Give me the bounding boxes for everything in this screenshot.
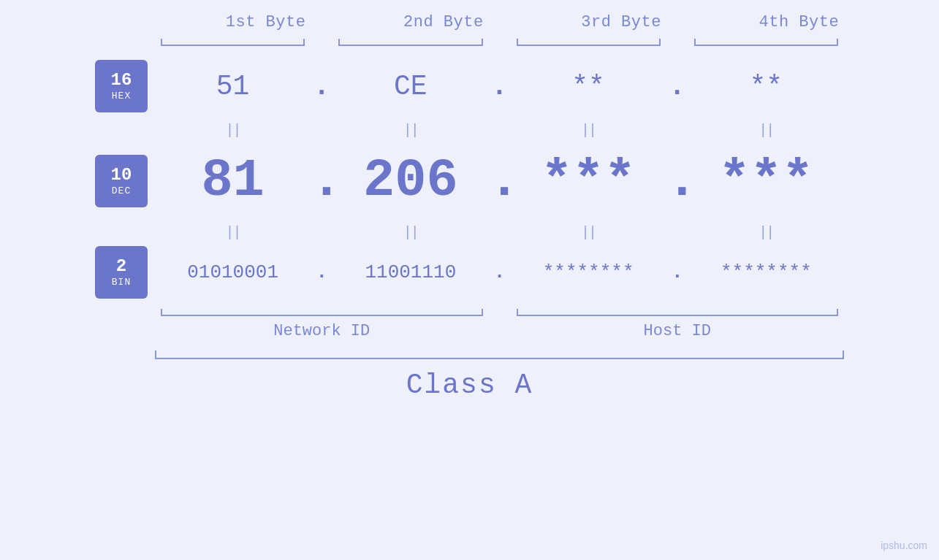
dec-cell-2: 206	[332, 151, 488, 211]
hex-value-4: **	[750, 71, 783, 102]
eq-cell-2b: ||	[332, 224, 488, 241]
host-bracket	[511, 304, 845, 316]
byte-header-1: 1st Byte	[188, 13, 343, 31]
id-labels-row: Network ID Host ID	[95, 322, 844, 340]
byte-header-3: 3rd Byte	[544, 13, 699, 31]
equals-row-2: || || || ||	[95, 221, 844, 243]
hex-value-3: **	[571, 71, 605, 102]
hex-cells: 51 . CE . ** . **	[155, 71, 844, 102]
bin-dot-2: .	[489, 261, 511, 283]
hex-value-1: 51	[216, 71, 250, 102]
dec-row: 10 DEC 81 . 206 . *** . ***	[95, 141, 844, 221]
eq-sign-2: ||	[403, 122, 418, 139]
network-bracket	[155, 304, 489, 316]
dec-cell-1: 81	[155, 151, 311, 211]
dec-dot-2: .	[489, 151, 511, 211]
bin-cell-1: 01010001	[155, 261, 311, 283]
hex-dot-1: .	[311, 71, 332, 102]
hex-value-2: CE	[394, 71, 427, 102]
eq-cell-4b: ||	[688, 224, 844, 241]
hex-badge-num: 16	[111, 71, 132, 90]
bin-badge-num: 2	[116, 257, 126, 276]
main-container: 1st Byte 2nd Byte 3rd Byte 4th Byte	[0, 0, 939, 560]
equals-cells-2: || || || ||	[155, 224, 844, 241]
bracket-byte2	[332, 34, 488, 46]
eq-sign-7: ||	[581, 224, 596, 241]
bracket-byte1	[155, 34, 311, 46]
byte-headers: 1st Byte 2nd Byte 3rd Byte 4th Byte	[128, 13, 877, 31]
hex-cell-2: CE	[332, 71, 488, 102]
eq-cell-4a: ||	[688, 122, 844, 139]
eq-cell-1b: ||	[155, 224, 311, 241]
hex-cell-1: 51	[155, 71, 311, 102]
dec-dot-3: .	[666, 151, 688, 211]
full-bracket	[95, 346, 844, 359]
bin-row: 2 BIN 01010001 . 11001110 . ******** . *…	[95, 243, 844, 302]
bin-value-1: 01010001	[187, 261, 278, 283]
eq-cell-2a: ||	[332, 122, 488, 139]
byte-header-4: 4th Byte	[721, 13, 877, 31]
eq-cell-1a: ||	[155, 122, 311, 139]
dec-badge: 10 DEC	[95, 155, 148, 207]
dec-badge-label: DEC	[112, 185, 131, 196]
dec-cell-4: ***	[688, 151, 844, 211]
bin-value-3: ********	[543, 261, 634, 283]
hex-badge-label: HEX	[112, 91, 131, 101]
byte-header-2: 2nd Byte	[365, 13, 521, 31]
bin-dot-3: .	[666, 261, 688, 283]
network-id-label: Network ID	[155, 322, 489, 340]
bracket-byte4	[688, 34, 844, 46]
eq-sign-8: ||	[759, 224, 773, 241]
bin-cell-2: 11001110	[332, 261, 488, 283]
eq-sign-1: ||	[226, 122, 240, 139]
eq-sign-5: ||	[226, 224, 240, 241]
eq-cell-3a: ||	[511, 122, 666, 139]
dec-badge-num: 10	[111, 166, 132, 185]
dec-cell-3: ***	[511, 151, 666, 211]
bin-badge-label: BIN	[112, 277, 131, 288]
eq-cell-3b: ||	[511, 224, 666, 241]
bracket-byte3	[511, 34, 666, 46]
class-label: Class A	[406, 369, 533, 401]
bin-cell-4: ********	[688, 261, 844, 283]
eq-sign-4: ||	[759, 122, 773, 139]
dec-dot-1: .	[311, 151, 332, 211]
dec-value-4: ***	[719, 151, 814, 211]
dec-value-2: 206	[363, 151, 458, 211]
bottom-bracket-area	[95, 304, 844, 316]
eq-sign-6: ||	[403, 224, 418, 241]
hex-row: 16 HEX 51 . CE . ** . **	[95, 53, 844, 119]
eq-sign-3: ||	[581, 122, 596, 139]
bin-cell-3: ********	[511, 261, 666, 283]
dec-cells: 81 . 206 . *** . ***	[155, 151, 844, 211]
bin-value-4: ********	[721, 261, 812, 283]
dec-value-1: 81	[201, 151, 264, 211]
hex-badge: 16 HEX	[95, 60, 148, 112]
equals-row-1: || || || ||	[95, 119, 844, 141]
bin-cells: 01010001 . 11001110 . ******** . *******…	[155, 261, 844, 283]
dec-value-3: ***	[541, 151, 636, 211]
watermark: ipshu.com	[881, 540, 927, 551]
equals-cells-1: || || || ||	[155, 122, 844, 139]
bin-dot-1: .	[311, 261, 332, 283]
hex-dot-2: .	[489, 71, 511, 102]
bin-badge: 2 BIN	[95, 246, 148, 299]
class-label-row: Class A	[95, 369, 844, 401]
hex-dot-3: .	[666, 71, 688, 102]
hex-cell-3: **	[511, 71, 666, 102]
hex-cell-4: **	[688, 71, 844, 102]
host-id-label: Host ID	[511, 322, 845, 340]
bin-value-2: 11001110	[365, 261, 456, 283]
